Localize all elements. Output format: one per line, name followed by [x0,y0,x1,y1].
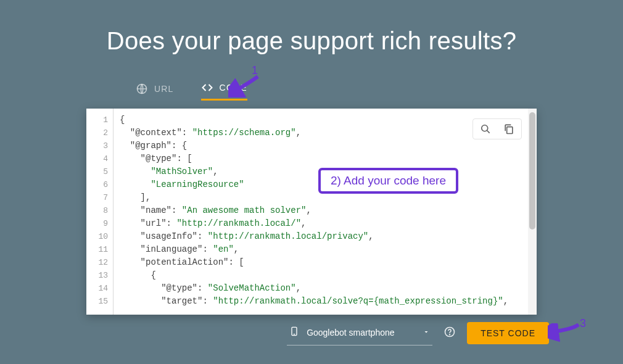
line-number-gutter: 123456789101112131415 [86,109,113,315]
svg-rect-2 [507,127,513,134]
search-icon[interactable] [479,123,492,135]
help-icon[interactable] [444,326,456,341]
annotation-callout-2: 2) Add your code here [318,168,458,194]
tabs-row: URL CODE [136,77,623,101]
caret-down-icon [423,328,430,337]
annotation-arrow-3 [548,323,585,345]
bottom-bar: Googlebot smartphone TEST CODE [0,321,623,345]
annotation-arrow-1 [228,73,265,97]
globe-icon [136,83,148,95]
scroll-thumb[interactable] [529,112,535,230]
svg-point-6 [450,334,450,335]
crawler-select[interactable]: Googlebot smartphone [287,321,432,345]
code-editor[interactable]: 123456789101112131415 { "@context": "htt… [86,109,537,315]
code-angle-icon [201,81,213,94]
tab-url-label: URL [154,84,174,94]
copy-icon[interactable] [503,123,515,135]
crawler-label: Googlebot smartphone [307,328,394,337]
test-code-button[interactable]: TEST CODE [467,322,549,344]
page-title: Does your page support rich results? [0,0,623,55]
code-text-area[interactable]: { "@context": "https://schema.org", "@gr… [113,109,528,315]
tab-url[interactable]: URL [136,77,174,101]
editor-toolbar [472,118,522,139]
editor-scrollbar[interactable] [528,109,537,315]
svg-point-1 [482,125,488,131]
smartphone-icon [289,325,299,340]
